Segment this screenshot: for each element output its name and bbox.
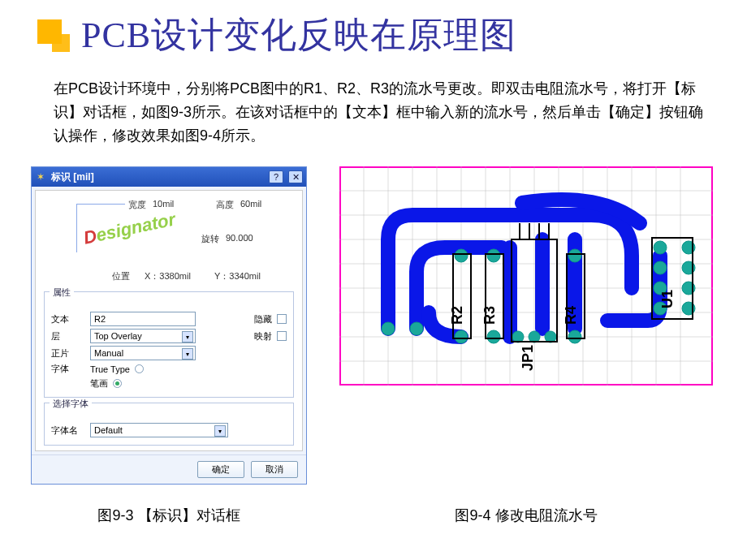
preview-text: Designator	[82, 209, 178, 249]
pos-label: 位置	[112, 270, 130, 282]
svg-point-28	[487, 249, 500, 262]
svg-point-31	[654, 241, 667, 254]
svg-point-23	[382, 322, 395, 335]
ok-button[interactable]: 确定	[197, 461, 244, 478]
close-button[interactable]: ✕	[288, 170, 303, 183]
font-stroke-radio[interactable]	[113, 379, 122, 388]
svg-point-27	[487, 330, 500, 343]
width-value: 10mil	[153, 199, 174, 209]
mirror-label: 映射	[254, 330, 272, 342]
svg-point-29	[568, 330, 581, 343]
properties-group: 属性 文本 R2 隐藏 层 Top Overlay ▾	[44, 291, 294, 398]
pos-y: Y：3340mil	[214, 270, 261, 282]
svg-point-30	[568, 249, 581, 262]
designator-dialog: ✶ 标识 [mil] ? ✕ 宽度 10mil 高度 60mil Designa…	[31, 166, 307, 485]
dialog-app-icon: ✶	[35, 171, 46, 183]
svg-point-39	[512, 331, 524, 342]
rotate-value: 90.000	[226, 233, 253, 243]
just-select[interactable]: Manual ▾	[90, 346, 196, 360]
properties-legend: 属性	[50, 286, 74, 299]
layer-label: 层	[51, 330, 85, 342]
font-stroke-label: 笔画	[90, 377, 108, 390]
ref-jp1: JP1	[520, 345, 536, 371]
font-truetype-label: True Type	[90, 364, 130, 374]
width-label: 宽度	[128, 199, 146, 211]
figure-1-caption: 图9-3 【标识】对话框	[31, 506, 307, 525]
layer-select[interactable]: Top Overlay ▾	[90, 329, 196, 343]
fontname-label: 字体名	[51, 424, 85, 437]
svg-point-24	[410, 322, 423, 335]
svg-point-25	[455, 330, 468, 343]
dropdown-caret-icon: ▾	[182, 331, 193, 342]
ref-r4: R4	[563, 306, 579, 325]
figure-2-caption: 图9-4 修改电阻流水号	[339, 506, 713, 525]
svg-point-40	[529, 331, 540, 342]
dialog-title: 标识 [mil]	[51, 170, 264, 184]
dialog-titlebar[interactable]: ✶ 标识 [mil] ? ✕	[32, 167, 306, 187]
ref-r2: R2	[449, 306, 465, 325]
title-row: PCB设计变化反映在原理图	[31, 11, 716, 59]
just-label: 正片	[51, 347, 85, 360]
rotate-label: 旋转	[201, 233, 219, 245]
svg-point-41	[545, 331, 556, 342]
dropdown-caret-icon: ▾	[182, 348, 193, 360]
text-field[interactable]: R2	[90, 312, 196, 326]
title-bullet-icon	[37, 19, 70, 52]
font-truetype-radio[interactable]	[135, 364, 144, 373]
hide-label: 隐藏	[254, 313, 272, 325]
svg-point-26	[455, 249, 468, 262]
slide-body-text: 在PCB设计环境中，分别将PCB图中的R1、R2、R3的流水号更改。即双击电阻流…	[54, 77, 708, 147]
pcb-figure: R2 R3 R4 JP1 U1	[339, 166, 713, 386]
font-group: 选择字体 字体名 Default ▾	[44, 403, 294, 446]
help-button[interactable]: ?	[269, 170, 283, 183]
mirror-checkbox[interactable]	[277, 331, 287, 341]
font-label: 字体	[51, 363, 85, 375]
fontname-select[interactable]: Default ▾	[90, 423, 228, 437]
font-legend: 选择字体	[50, 398, 92, 410]
height-value: 60mil	[240, 199, 261, 209]
ref-u1: U1	[659, 290, 676, 308]
text-label: 文本	[51, 313, 85, 325]
svg-point-32	[654, 261, 667, 274]
pos-x: X：3380mil	[145, 270, 191, 282]
height-label: 高度	[216, 199, 234, 211]
hide-checkbox[interactable]	[277, 314, 287, 324]
svg-rect-43	[486, 254, 503, 338]
dropdown-caret-icon: ▾	[214, 425, 226, 437]
cancel-button[interactable]: 取消	[251, 461, 298, 478]
dialog-preview: 宽度 10mil 高度 60mil Designator 旋转 90.000 位…	[44, 197, 294, 286]
ref-r3: R3	[481, 306, 498, 325]
svg-rect-42	[453, 254, 471, 338]
slide-title: PCB设计变化反映在原理图	[81, 11, 516, 59]
